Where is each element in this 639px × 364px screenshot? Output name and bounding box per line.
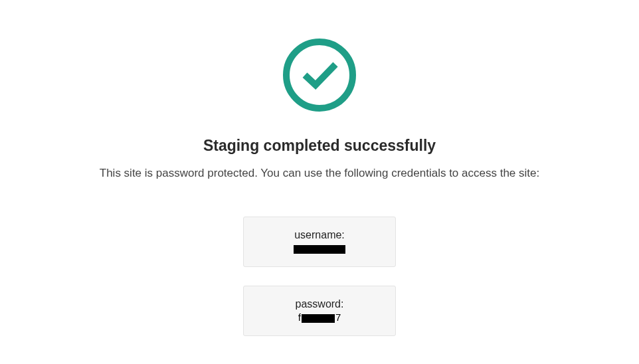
username-box: username: [243,217,396,267]
redacted-block [302,314,335,323]
password-value: f7 [298,312,341,323]
password-suffix: 7 [335,312,341,323]
page-title: Staging completed successfully [203,137,436,155]
description-text: This site is password protected. You can… [100,167,539,180]
password-label: password: [250,298,389,310]
password-box: password: f7 [243,286,396,336]
username-value [294,242,345,254]
username-label: username: [250,229,389,241]
redacted-block [294,245,345,254]
success-check-icon [281,37,358,114]
svg-point-0 [286,42,353,108]
password-prefix: f [298,312,301,323]
